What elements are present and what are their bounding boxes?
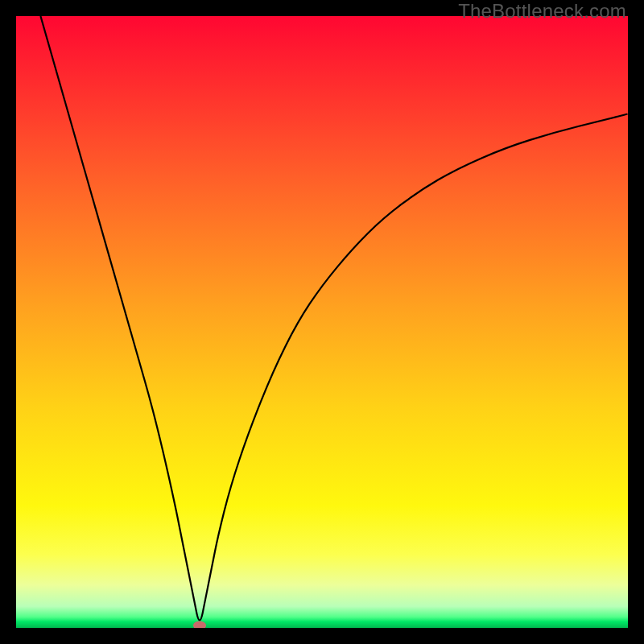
watermark-text: TheBottleneck.com	[458, 0, 626, 23]
chart-border	[0, 0, 644, 644]
